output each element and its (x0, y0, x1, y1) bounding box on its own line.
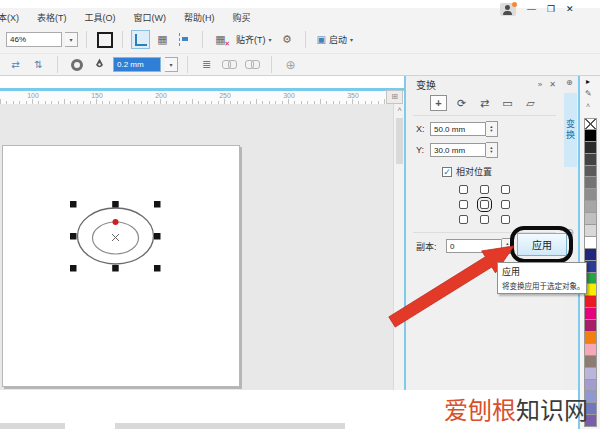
anchor-point-grid (454, 185, 516, 224)
watermark-rest: 知识网 (516, 397, 588, 424)
color-swatch[interactable] (584, 380, 597, 392)
coreldraw-window: — ❐ ✕ 本(X)表格(T)工具(O)窗口(W)帮助(H)购买 46% ▾ ▦… (0, 0, 600, 429)
node-red-dot[interactable] (113, 219, 119, 225)
bottom-bar-left (0, 423, 65, 429)
relative-position-checkbox[interactable]: ✓ (442, 167, 452, 177)
outline-pen-button[interactable] (90, 55, 109, 74)
snap-to-label: 贴齐(T) (236, 33, 266, 46)
color-swatch[interactable] (584, 166, 597, 178)
docker-close-icon[interactable]: ✕ (549, 80, 556, 89)
snap-to-menu[interactable]: 贴齐(T) ▾ (233, 33, 275, 46)
add-plus-button[interactable]: ⊕ (281, 55, 300, 74)
mirror-horizontal-button[interactable]: ⇄ (6, 55, 25, 74)
palette-flyout-icon[interactable]: ▸ (586, 77, 590, 86)
copies-input[interactable]: 0 (446, 239, 502, 253)
docker-tab-transform[interactable]: 变换 (564, 93, 577, 167)
color-swatch[interactable] (584, 130, 597, 142)
docker-collapse-icon[interactable]: » (538, 80, 542, 89)
y-spinner[interactable]: ▴▾ (486, 142, 498, 158)
ruler-label: 200 (155, 92, 167, 99)
relative-position-label: 相对位置 (456, 165, 492, 178)
horizontal-ruler[interactable]: 100150200250300350400 (0, 88, 405, 104)
show-guidelines-button[interactable] (175, 30, 194, 49)
launch-menu[interactable]: ▣ 启动 ▾ (314, 33, 356, 46)
anchor-cell[interactable] (480, 215, 489, 224)
anchor-cell[interactable] (480, 200, 489, 209)
ruler-label: 300 (283, 92, 295, 99)
apply-tooltip: 应用 将变换应用于选定对象。 (497, 262, 587, 294)
menu-item[interactable]: 表格(T) (28, 11, 76, 24)
restore-button[interactable]: ❐ (547, 2, 555, 16)
minimize-button[interactable]: — (527, 2, 536, 16)
selection-handles[interactable] (70, 201, 161, 272)
drawing-canvas[interactable]: ˄ (0, 104, 405, 390)
palette-pen-icon[interactable]: ✎ (585, 89, 592, 98)
color-swatch[interactable] (584, 237, 597, 249)
transform-tab-4[interactable]: ▱ (522, 95, 539, 111)
zoom-dropdown-icon[interactable]: ▾ (65, 32, 78, 47)
color-swatch[interactable] (584, 154, 597, 166)
color-swatch[interactable] (584, 320, 597, 332)
transform-tab-3[interactable]: ▭ (499, 95, 516, 111)
account-avatar-icon[interactable] (500, 3, 516, 16)
quick-customize-icon[interactable]: ⊕ (566, 78, 573, 87)
docker-title: 变换 (416, 77, 436, 92)
color-swatch[interactable] (584, 249, 597, 261)
unlink-button[interactable] (243, 55, 262, 74)
color-swatch[interactable] (584, 368, 597, 380)
outline-width-dropdown-icon[interactable]: ▾ (165, 57, 178, 72)
outline-width-input[interactable]: 0.2 mm (113, 57, 161, 72)
color-swatch[interactable] (584, 177, 597, 189)
anchor-cell[interactable] (501, 215, 510, 224)
color-swatch[interactable] (584, 201, 597, 213)
anchor-cell[interactable] (480, 185, 489, 194)
color-swatch[interactable] (584, 225, 597, 237)
color-swatch[interactable] (584, 296, 597, 308)
scrollbar-thumb[interactable] (396, 118, 403, 164)
show-page-border-button[interactable] (95, 30, 114, 49)
anchor-cell[interactable] (501, 200, 510, 209)
text-wrap-button[interactable]: ≣ (197, 55, 216, 74)
anchor-cell[interactable] (459, 185, 468, 194)
color-swatch[interactable] (584, 356, 597, 368)
anchor-cell[interactable] (459, 200, 468, 209)
transform-tab-2[interactable]: ⇄ (476, 95, 493, 111)
menu-item[interactable]: 购买 (224, 11, 260, 24)
menu-item[interactable]: 本(X) (0, 11, 28, 24)
menu-item[interactable]: 工具(O) (76, 11, 125, 24)
color-swatch[interactable] (584, 213, 597, 225)
ruler-label: 100 (27, 92, 39, 99)
y-label: Y: (416, 145, 430, 155)
no-color-swatch[interactable] (584, 118, 597, 130)
snap-off-button[interactable]: ▦✕ (211, 30, 230, 49)
color-swatch[interactable] (584, 142, 597, 154)
center-x-marker (112, 234, 119, 241)
close-button[interactable]: ✕ (566, 2, 574, 16)
ruler-origin-icon[interactable]: ⊞ (386, 90, 403, 104)
menu-item[interactable]: 窗口(W) (125, 11, 176, 24)
outer-ellipse[interactable] (78, 208, 154, 264)
show-grid-button[interactable]: ▦ (153, 30, 172, 49)
color-swatch[interactable] (584, 332, 597, 344)
transform-tab-1[interactable]: ⟳ (453, 95, 470, 111)
show-rulers-button[interactable] (131, 30, 150, 49)
options-gear-button[interactable]: ⚙ (278, 30, 297, 49)
zoom-level-input[interactable]: 46% (6, 32, 62, 47)
transform-tab-0[interactable]: + (430, 95, 447, 111)
color-swatch[interactable] (584, 189, 597, 201)
anchor-cell[interactable] (501, 185, 510, 194)
color-swatch[interactable] (584, 344, 597, 356)
palette-scroll-up-icon[interactable]: ˄ (586, 102, 590, 109)
selected-ellipse-graphic[interactable] (0, 104, 405, 390)
x-input[interactable]: 50.0 mm (430, 122, 486, 136)
ruler-label: 350 (347, 92, 359, 99)
mirror-vertical-button[interactable]: ⇅ (29, 55, 48, 74)
link-button[interactable] (220, 55, 239, 74)
anchor-cell[interactable] (459, 215, 468, 224)
x-spinner[interactable]: ▴▾ (486, 121, 498, 137)
property-bar: ⇄ ⇅ 0.2 mm ▾ ≣ ⊕ (0, 54, 600, 76)
color-swatch[interactable] (584, 308, 597, 320)
y-input[interactable]: 30.0 mm (430, 143, 486, 157)
menu-item[interactable]: 帮助(H) (175, 11, 224, 24)
wireframe-fill-button[interactable] (67, 55, 86, 74)
